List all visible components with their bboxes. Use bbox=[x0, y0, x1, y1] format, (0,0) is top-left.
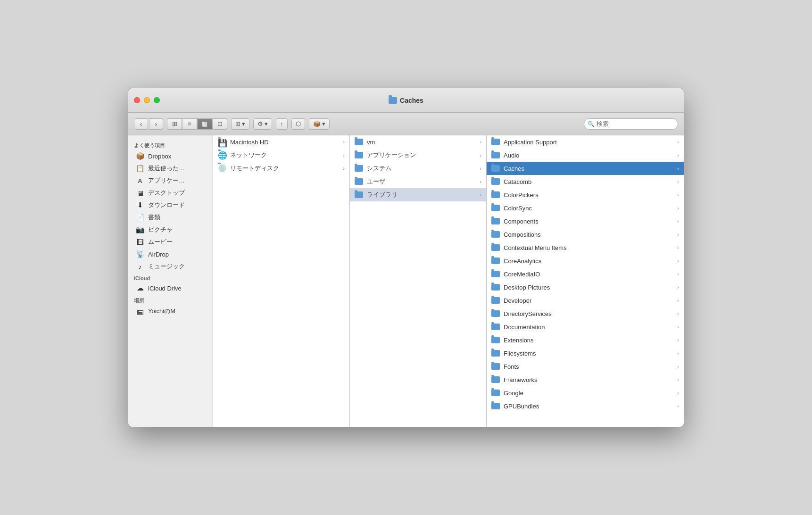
user-folder-icon bbox=[355, 178, 363, 185]
col3-fonts-arrow: › bbox=[677, 364, 679, 369]
sidebar-item-documents[interactable]: 📄 書類 bbox=[130, 211, 211, 224]
sidebar-item-desktop[interactable]: 🖥 デスクトップ bbox=[130, 187, 211, 199]
maximize-button[interactable] bbox=[154, 97, 160, 103]
col3-compositions[interactable]: Compositions › bbox=[487, 228, 684, 241]
col3-extensions-arrow: › bbox=[677, 337, 679, 343]
col2-user[interactable]: ユーザ › bbox=[350, 175, 486, 188]
sidebar: よく使う項目 📦 Dropbox 📋 最近使った… A アプリケー… 🖥 デスク… bbox=[128, 135, 213, 427]
desktop-pictures-icon bbox=[491, 284, 500, 291]
col3-fonts-label: Fonts bbox=[504, 363, 519, 370]
caches-icon bbox=[491, 165, 500, 172]
col3-audio-arrow: › bbox=[677, 152, 679, 158]
col3-desktop-pictures-label: Desktop Pictures bbox=[504, 284, 550, 291]
sidebar-item-applications[interactable]: A アプリケー… bbox=[130, 174, 211, 187]
directoryservices-icon bbox=[491, 310, 500, 317]
sidebar-item-dropbox[interactable]: 📦 Dropbox bbox=[130, 150, 211, 162]
group-view-button[interactable]: ⊞ ▾ bbox=[231, 118, 249, 130]
col2-vm[interactable]: vm › bbox=[350, 135, 486, 149]
sidebar-item-movies[interactable]: 🎞 ムービー bbox=[130, 236, 211, 248]
col3-documentation-label: Documentation bbox=[504, 324, 545, 331]
col3-colorsync[interactable]: ColorSync › bbox=[487, 201, 684, 215]
col3-directoryservices[interactable]: DirectoryServices › bbox=[487, 307, 684, 320]
dropbox-button[interactable]: 📦 ▾ bbox=[309, 118, 330, 130]
sidebar-item-pictures[interactable]: 📷 ピクチャ bbox=[130, 224, 211, 236]
sidebar-item-recents[interactable]: 📋 最近使った… bbox=[130, 162, 211, 174]
col3-audio[interactable]: Audio › bbox=[487, 149, 684, 162]
col3-frameworks[interactable]: Frameworks › bbox=[487, 373, 684, 386]
col3-colorpickers-arrow: › bbox=[677, 192, 679, 198]
col3-coremediaio[interactable]: CoreMediaIO › bbox=[487, 267, 684, 281]
col1-remote-disk[interactable]: 💿 リモートディスク › bbox=[213, 162, 349, 175]
sidebar-item-downloads[interactable]: ⬇ ダウンロード bbox=[130, 199, 211, 211]
col3-compositions-label: Compositions bbox=[504, 231, 541, 238]
recents-icon: 📋 bbox=[136, 164, 144, 173]
sidebar-item-airdrop[interactable]: 📡 AirDrop bbox=[130, 248, 211, 260]
colorpickers-icon bbox=[491, 191, 500, 198]
column-2: vm › アプリケーション › システム › ユーザ › ライブラリ › bbox=[350, 135, 487, 427]
col3-gpubundles[interactable]: GPUBundles › bbox=[487, 399, 684, 413]
col2-library-arrow: › bbox=[480, 192, 481, 198]
sidebar-music-label: ミュージック bbox=[148, 262, 185, 271]
column-view-button[interactable]: ▦ bbox=[197, 118, 212, 130]
search-input[interactable] bbox=[584, 118, 678, 130]
col3-coreanalytics[interactable]: CoreAnalytics › bbox=[487, 254, 684, 267]
icon-view-button[interactable]: ⊞ bbox=[167, 118, 182, 130]
sidebar-apps-label: アプリケー… bbox=[148, 176, 185, 185]
action-button[interactable]: ⚙ ▾ bbox=[253, 118, 272, 130]
share-button[interactable]: ↑ bbox=[276, 118, 288, 130]
back-button[interactable]: ‹ bbox=[134, 118, 148, 130]
col3-google[interactable]: Google › bbox=[487, 386, 684, 399]
column-1: 💾 Macintosh HD › 🌐 ネットワーク › 💿 リモートディスク › bbox=[213, 135, 350, 427]
sidebar-documents-label: 書類 bbox=[148, 213, 160, 222]
catacomb-icon bbox=[491, 178, 500, 185]
col1-macintosh-hd[interactable]: 💾 Macintosh HD › bbox=[213, 135, 349, 149]
col3-contextual-menu-items[interactable]: Contextual Menu Items › bbox=[487, 241, 684, 254]
col2-applications-label: アプリケーション bbox=[367, 151, 416, 159]
col3-caches[interactable]: Caches › bbox=[487, 162, 684, 175]
col3-colorpickers-label: ColorPickers bbox=[504, 191, 539, 199]
col2-user-label: ユーザ bbox=[367, 177, 385, 186]
sidebar-item-icloud-drive[interactable]: ☁ iCloud Drive bbox=[130, 282, 211, 294]
forward-button[interactable]: › bbox=[149, 118, 163, 130]
col3-catacomb[interactable]: Catacomb › bbox=[487, 175, 684, 188]
col3-documentation[interactable]: Documentation › bbox=[487, 320, 684, 333]
col3-application-support[interactable]: Application Support › bbox=[487, 135, 684, 149]
col3-caches-label: Caches bbox=[504, 165, 524, 172]
col3-components[interactable]: Components › bbox=[487, 215, 684, 228]
col1-network[interactable]: 🌐 ネットワーク › bbox=[213, 149, 349, 162]
minimize-button[interactable] bbox=[144, 97, 150, 103]
col3-components-label: Components bbox=[504, 218, 539, 225]
fonts-icon bbox=[491, 363, 500, 370]
list-view-button[interactable]: ≡ bbox=[182, 118, 197, 130]
col2-library[interactable]: ライブラリ › bbox=[350, 188, 486, 201]
col3-colorpickers[interactable]: ColorPickers › bbox=[487, 188, 684, 201]
col3-extensions[interactable]: Extensions › bbox=[487, 333, 684, 347]
tag-button[interactable]: ⬡ bbox=[291, 118, 305, 130]
gallery-view-button[interactable]: ⊡ bbox=[212, 118, 227, 130]
col3-developer[interactable]: Developer › bbox=[487, 294, 684, 307]
col3-gpubundles-label: GPUBundles bbox=[504, 403, 539, 410]
col3-coreanalytics-label: CoreAnalytics bbox=[504, 258, 541, 265]
sidebar-item-yoichi[interactable]: 🖴 YoichiのM bbox=[130, 305, 211, 317]
documentation-icon bbox=[491, 324, 500, 330]
col3-filesystems[interactable]: Filesystems › bbox=[487, 347, 684, 360]
col3-catacomb-arrow: › bbox=[677, 179, 679, 184]
applications-folder-icon bbox=[355, 152, 363, 158]
col3-desktop-pictures[interactable]: Desktop Pictures › bbox=[487, 281, 684, 294]
group-arrow: ▾ bbox=[242, 120, 245, 127]
col3-developer-label: Developer bbox=[504, 297, 531, 304]
sidebar-item-music[interactable]: ♪ ミュージック bbox=[130, 260, 211, 273]
col2-applications[interactable]: アプリケーション › bbox=[350, 149, 486, 162]
frameworks-icon bbox=[491, 376, 500, 383]
col3-audio-label: Audio bbox=[504, 152, 519, 159]
col2-system[interactable]: システム › bbox=[350, 162, 486, 175]
col3-frameworks-label: Frameworks bbox=[504, 376, 538, 383]
content-area: よく使う項目 📦 Dropbox 📋 最近使った… A アプリケー… 🖥 デスク… bbox=[128, 135, 684, 427]
window-title: Caches bbox=[400, 97, 423, 104]
pictures-icon: 📷 bbox=[136, 225, 144, 234]
title-bar: Caches bbox=[128, 88, 684, 113]
col3-catacomb-label: Catacomb bbox=[504, 178, 531, 185]
col3-fonts[interactable]: Fonts › bbox=[487, 360, 684, 373]
close-button[interactable] bbox=[134, 97, 140, 103]
contextual-menu-icon bbox=[491, 244, 500, 251]
